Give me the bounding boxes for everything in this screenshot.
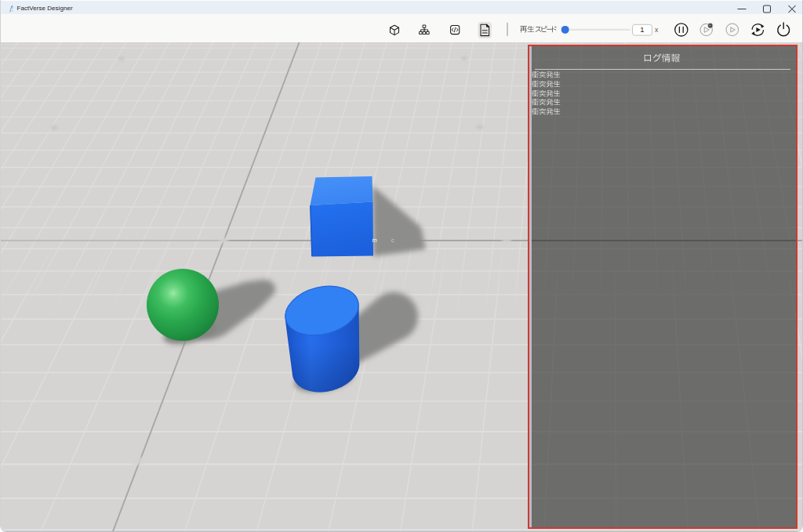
- svg-text:c: c: [391, 237, 394, 244]
- svg-text:m: m: [372, 237, 377, 244]
